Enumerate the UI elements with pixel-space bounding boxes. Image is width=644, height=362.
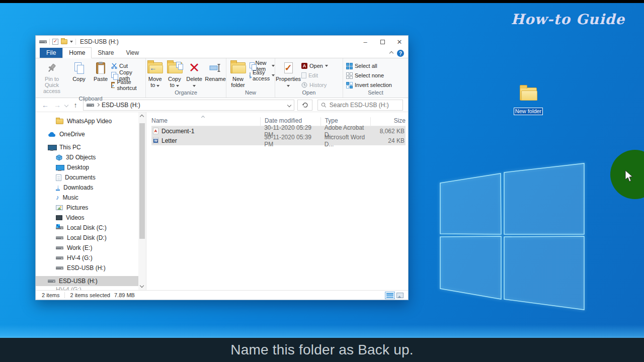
close-button[interactable]: ✕ [391,36,408,47]
easy-access-button[interactable]: ↘ Easy access [250,71,275,79]
subtitle-bar: Name this folder as Back up. [0,338,644,362]
properties-quick-icon[interactable] [52,39,58,45]
copy-path-button[interactable]: Copy path [111,71,144,79]
sidebar-item-onedrive[interactable]: OneDrive [36,129,146,139]
search-box[interactable] [317,100,403,111]
help-icon[interactable]: ? [397,50,404,57]
sidebar-item-esd-usb-h-selected[interactable]: ESD-USB (H:) [36,276,146,286]
sidebar-scrollbar[interactable] [138,112,146,291]
tab-view[interactable]: View [120,48,145,58]
drive-icon [56,256,63,259]
properties-icon: ✓ [284,62,293,73]
refresh-button[interactable] [297,100,312,111]
tab-file[interactable]: File [40,48,62,58]
sidebar-item-esd-usb-h[interactable]: ESD-USB (H:) [36,263,146,273]
pdf-file-icon: A [153,128,158,134]
tab-share[interactable]: Share [92,48,120,58]
delete-button[interactable]: ✕ Delete [185,60,204,89]
paste-icon [96,62,105,74]
sidebar-item-hv4-g[interactable]: HV-4 (G:) [36,253,146,263]
select-all-button[interactable]: Select all [346,62,407,70]
large-icons-view-button[interactable] [395,292,405,299]
dropdown-icon [193,85,196,87]
copy-button[interactable]: Copy [68,60,90,83]
separator [75,39,76,45]
scrollbar-thumb[interactable] [139,123,145,239]
folder-rename-input[interactable]: New folder [514,108,543,115]
maximize-button[interactable] [374,36,391,47]
rename-button[interactable]: Rename [205,60,226,83]
group-label-clipboard: Clipboard [36,95,145,103]
collapse-ribbon-icon[interactable] [389,51,393,55]
column-header-name[interactable]: Name [151,117,260,126]
delete-icon: ✕ [189,62,200,74]
search-input[interactable] [330,102,399,109]
select-all-icon [346,63,353,69]
paste-button[interactable]: Paste [90,60,111,83]
copy-icon [74,62,84,73]
sidebar-item-pictures[interactable]: Pictures [36,203,146,213]
sidebar-item-music[interactable]: ♪Music [36,193,146,203]
new-folder-quick-icon[interactable] [61,39,67,44]
new-item-button[interactable]: New item [250,62,275,70]
sidebar-item-local-disk-c[interactable]: Local Disk (C:) [36,223,146,233]
minimize-button[interactable]: – [357,36,374,47]
address-dropdown-icon[interactable] [287,103,291,107]
sidebar-item-3d-objects[interactable]: 3D Objects [36,152,146,162]
adobe-icon: A [301,63,307,69]
folder-icon[interactable] [520,87,537,101]
details-view-button[interactable] [385,292,395,299]
tab-home[interactable]: Home [62,47,92,58]
recent-locations-icon[interactable] [64,103,68,107]
sidebar-item-work-e[interactable]: Work (E:) [36,243,146,253]
sidebar-item-this-pc[interactable]: This PC [36,142,146,152]
desktop-new-folder[interactable]: New folder [512,87,544,115]
separator [64,292,65,298]
drive-icon [56,236,63,239]
video-icon [56,215,62,220]
paste-shortcut-button[interactable]: ↗ Paste shortcut [111,81,144,89]
new-folder-button[interactable]: New folder [226,60,250,89]
ribbon-tab-bar: File Home Share View ? [36,48,408,58]
sidebar-item-local-disk-d[interactable]: Local Disk (D:) [36,233,146,243]
sidebar-item-desktop[interactable]: Desktop [36,162,146,172]
copy-path-icon [111,72,117,79]
thumbnail-view-icon [396,293,404,298]
search-icon [321,102,327,108]
edit-button[interactable]: Edit [301,71,341,79]
pin-to-quick-access-button[interactable]: Pin to Quick access [36,60,68,95]
cut-button[interactable]: Cut [111,62,144,70]
drive-icon [39,40,47,43]
invert-selection-icon [346,82,353,88]
select-none-button[interactable]: Select none [346,71,407,79]
title-bar[interactable]: ESD-USB (H:) – ✕ [36,36,408,48]
usb-drive-icon [48,280,55,283]
file-row-letter[interactable]: WLetter 30-11-2020 05:39 PM Microsoft Wo… [151,136,406,145]
qat-customize-icon[interactable] [70,41,73,43]
open-button[interactable]: A Open [301,62,341,70]
ribbon-group-clipboard: Pin to Quick access Copy Paste Cut [36,58,145,98]
music-note-icon: ♪ [56,195,59,201]
content-area: WhatsApp Video OneDrive This PC 3D Objec… [36,112,408,291]
mouse-cursor-icon [624,170,635,183]
easy-access-icon: ↘ [250,72,251,78]
scroll-up-icon[interactable] [140,115,144,119]
subtitle-text: Name this folder as Back up. [230,342,414,358]
copy-to-button[interactable]: Copy to [166,60,184,89]
cube-icon [56,154,62,161]
sidebar-item-whatsapp-video[interactable]: WhatsApp Video [36,116,146,126]
move-to-button[interactable]: ← Move to [146,60,165,89]
windows-logo [428,151,594,317]
scroll-down-icon[interactable] [140,284,144,288]
cloud-icon [48,132,56,137]
download-icon: ↓ [56,185,60,191]
sidebar-item-videos[interactable]: Videos [36,213,146,223]
properties-button[interactable]: ✓ Properties [275,60,301,89]
file-explorer-window: ESD-USB (H:) – ✕ File Home Share View ? [35,35,409,300]
sidebar-item-downloads[interactable]: ↓Downloads [36,183,146,193]
invert-selection-button[interactable]: Invert selection [346,81,407,89]
column-header-size[interactable]: Size [370,117,406,126]
sidebar-item-documents[interactable]: Documents [36,172,146,183]
maximize-icon [380,40,385,44]
history-button[interactable]: History [301,81,341,89]
